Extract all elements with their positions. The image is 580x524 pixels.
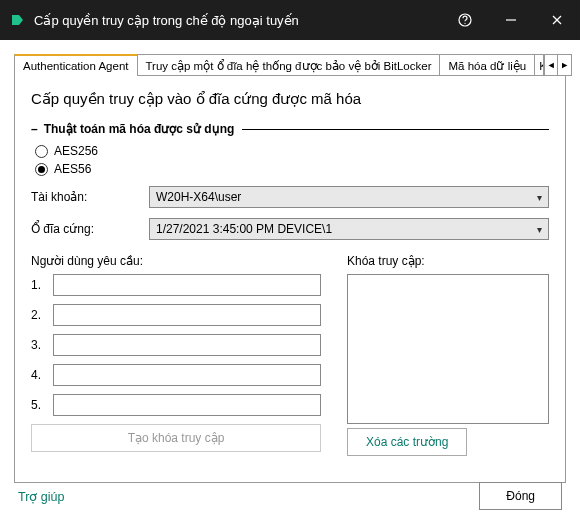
chevron-down-icon: ▾ [537,192,542,203]
hdd-label: Ổ đĩa cứng: [31,222,149,236]
row-number: 3. [31,338,53,352]
row-number: 1. [31,278,53,292]
close-button[interactable]: Đóng [479,482,562,510]
access-key-textarea[interactable] [347,274,549,424]
radio-aes256[interactable]: AES256 [35,144,549,158]
radio-label: AES256 [54,144,98,158]
tab-strip: Authentication Agent Truy cập một ổ đĩa … [14,54,566,76]
request-input-2[interactable] [53,304,321,326]
request-input-4[interactable] [53,364,321,386]
tab-label: Truy cập một ổ đĩa hệ thống được bảo vệ … [146,59,432,73]
algorithm-legend: – Thuật toán mã hóa được sử dụng [31,122,549,136]
svg-point-1 [464,23,465,24]
tab-scroll-right-icon[interactable]: ► [558,54,572,76]
access-key-label: Khóa truy cập: [347,254,549,268]
hdd-select[interactable]: 1/27/2021 3:45:00 PM DEVICE\1 ▾ [149,218,549,240]
chevron-down-icon: ▾ [537,224,542,235]
tab-data-encryption[interactable]: Mã hóa dữ liệu [439,54,535,76]
tab-label: Mã hóa dữ liệu [448,59,526,73]
account-select[interactable]: W20H-X64\user ▾ [149,186,549,208]
row-number: 2. [31,308,53,322]
button-label: Đóng [506,489,535,503]
row-number: 5. [31,398,53,412]
radio-label: AES56 [54,162,91,176]
user-request-label: Người dùng yêu cầu: [31,254,321,268]
request-input-1[interactable] [53,274,321,296]
tab-scroll-left-icon[interactable]: ◄ [544,54,558,76]
button-label: Xóa các trường [366,435,448,449]
account-value: W20H-X64\user [156,190,241,204]
help-link[interactable]: Trợ giúp [18,489,64,504]
title-bar: Cấp quyền truy cập trong chế độ ngoại tu… [0,0,580,40]
panel-title: Cấp quyền truy cập vào ổ đĩa cứng được m… [31,90,549,108]
clear-fields-button[interactable]: Xóa các trường [347,428,467,456]
footer: Trợ giúp Đóng [0,470,580,524]
radio-icon [35,163,48,176]
radio-icon [35,145,48,158]
window-title: Cấp quyền truy cập trong chế độ ngoại tu… [34,13,299,28]
close-window-button[interactable] [534,0,580,40]
generate-key-button: Tạo khóa truy cập [31,424,321,452]
radio-aes56[interactable]: AES56 [35,162,549,176]
tab-authentication-agent[interactable]: Authentication Agent [14,54,138,76]
help-icon[interactable] [442,0,488,40]
button-label: Tạo khóa truy cập [128,431,225,445]
app-logo-icon [10,13,24,27]
tab-label: Authentication Agent [23,60,129,72]
row-number: 4. [31,368,53,382]
algorithm-legend-text: Thuật toán mã hóa được sử dụng [40,122,239,136]
tab-bitlocker[interactable]: Truy cập một ổ đĩa hệ thống được bảo vệ … [137,54,441,76]
minimize-button[interactable] [488,0,534,40]
request-input-3[interactable] [53,334,321,356]
tab-label: Ki [539,60,544,72]
hdd-value: 1/27/2021 3:45:00 PM DEVICE\1 [156,222,332,236]
tab-overflow[interactable]: Ki [534,54,544,76]
request-input-5[interactable] [53,394,321,416]
account-label: Tài khoản: [31,190,149,204]
tab-panel: Cấp quyền truy cập vào ổ đĩa cứng được m… [14,75,566,483]
